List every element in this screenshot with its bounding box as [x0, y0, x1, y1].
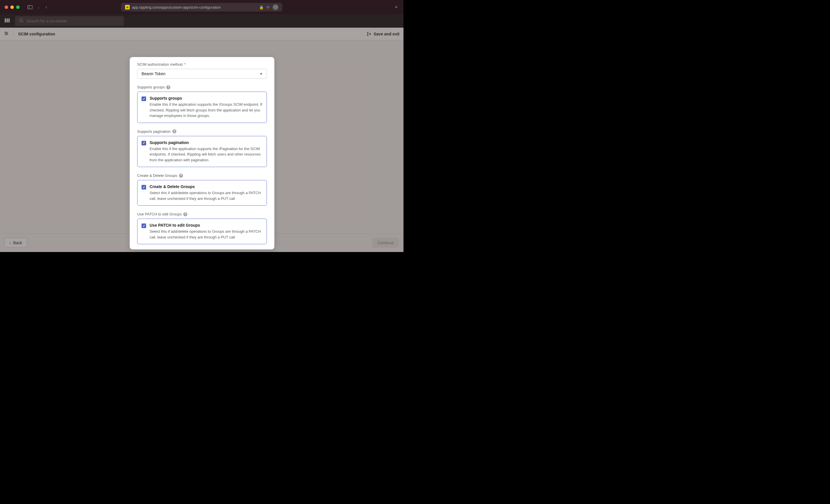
- svg-line-3: [22, 21, 23, 22]
- window-close[interactable]: [5, 5, 8, 9]
- required-marker: *: [185, 62, 186, 67]
- rippling-logo-icon[interactable]: [5, 18, 11, 25]
- auth-method-label: SCIM authorization method*: [137, 62, 267, 67]
- favicon-icon: ≋: [125, 5, 130, 9]
- svg-point-7: [7, 33, 8, 34]
- use-patch-checkbox[interactable]: [141, 224, 146, 228]
- create-delete-groups-checkbox[interactable]: [141, 185, 146, 190]
- use-patch-title: Use PATCH to edit Groups: [150, 223, 262, 228]
- back-button[interactable]: ‹ Back: [5, 238, 27, 248]
- svg-rect-0: [28, 5, 32, 9]
- window-maximize[interactable]: [16, 5, 20, 9]
- create-delete-groups-group: Create & Delete Groups ? Create & Delete…: [137, 173, 267, 206]
- back-label: Back: [13, 240, 22, 245]
- window-controls: [5, 5, 20, 9]
- supports-pagination-group: Supports pagination ? Supports paginatio…: [137, 129, 267, 167]
- supports-pagination-desc: Enable this if the application supports …: [150, 146, 262, 163]
- browser-back-icon[interactable]: ‹: [45, 5, 47, 10]
- continue-label: Continue: [378, 240, 394, 245]
- use-patch-group: Use PATCH to edit Groups ? Use PATCH to …: [137, 212, 267, 244]
- create-delete-groups-card[interactable]: Create & Delete Groups Select this if ad…: [137, 180, 267, 206]
- chevron-down-icon: ▼: [260, 72, 262, 75]
- search-box[interactable]: [15, 16, 124, 26]
- search-input[interactable]: [27, 19, 120, 23]
- supports-pagination-checkbox[interactable]: [141, 141, 146, 145]
- url-bar[interactable]: ≋ app.rippling.com/apps/custom-app/scim-…: [121, 3, 282, 11]
- supports-pagination-section-label: Supports pagination ?: [137, 129, 267, 134]
- save-exit-label: Save and exit: [374, 32, 400, 36]
- auth-method-select[interactable]: Bearer Token ▼: [137, 69, 267, 79]
- supports-groups-card[interactable]: Supports groups Enable this if the appli…: [137, 92, 267, 123]
- chevron-down-icon[interactable]: ⌄: [37, 6, 40, 9]
- supports-groups-checkbox[interactable]: [141, 97, 146, 101]
- create-delete-groups-section-label: Create & Delete Groups ?: [137, 173, 267, 178]
- use-patch-section-label: Use PATCH to edit Groups ?: [137, 212, 267, 216]
- browser-chrome: ⌄ ‹ ≋ app.rippling.com/apps/custom-app/s…: [0, 0, 404, 14]
- use-patch-desc: Select this if add/delete operations to …: [150, 229, 262, 240]
- app-topbar: [0, 14, 404, 28]
- app-wrapper: SCIM configuration Save and exit SCIM au…: [0, 14, 404, 252]
- chevron-left-icon: ‹: [9, 240, 11, 245]
- highlight-panel: SCIM authorization method* Bearer Token …: [130, 57, 274, 249]
- svg-point-9: [6, 34, 7, 35]
- sidebar-toggle-icon[interactable]: [27, 5, 33, 10]
- search-icon: [19, 18, 24, 24]
- help-icon[interactable]: ?: [172, 129, 177, 133]
- help-icon[interactable]: ?: [183, 212, 187, 216]
- supports-groups-desc: Enable this if the application supports …: [150, 102, 262, 119]
- exit-icon: [367, 32, 372, 36]
- svg-point-2: [20, 19, 23, 22]
- save-exit-button[interactable]: Save and exit: [367, 32, 400, 36]
- help-icon[interactable]: ?: [179, 174, 183, 178]
- svg-point-5: [5, 32, 6, 33]
- use-patch-card[interactable]: Use PATCH to edit Groups Select this if …: [137, 219, 267, 244]
- new-tab-icon[interactable]: +: [394, 4, 398, 10]
- continue-button[interactable]: Continue: [372, 238, 399, 248]
- url-text: app.rippling.com/apps/custom-app/scim-co…: [132, 5, 257, 9]
- page-header: SCIM configuration Save and exit: [0, 28, 404, 40]
- more-icon[interactable]: ⋯: [273, 4, 278, 10]
- supports-groups-title: Supports groups: [150, 96, 262, 101]
- settings-icon[interactable]: [4, 31, 9, 37]
- create-delete-groups-title: Create & Delete Groups: [150, 184, 262, 189]
- supports-groups-group: Supports groups ? Supports groups Enable…: [137, 85, 267, 123]
- supports-groups-section-label: Supports groups ?: [137, 85, 267, 89]
- help-icon[interactable]: ?: [166, 85, 170, 89]
- auth-method-group: SCIM authorization method* Bearer Token …: [137, 62, 267, 79]
- supports-pagination-card[interactable]: Supports pagination Enable this if the a…: [137, 136, 267, 167]
- reload-icon[interactable]: ⟳: [266, 5, 270, 9]
- lock-icon: 🔒: [259, 5, 264, 9]
- supports-pagination-title: Supports pagination: [150, 140, 262, 145]
- auth-method-value: Bearer Token: [141, 71, 165, 76]
- page-title: SCIM configuration: [18, 32, 55, 36]
- divider: [13, 31, 13, 37]
- create-delete-groups-desc: Select this if add/delete operations to …: [150, 190, 262, 201]
- window-minimize[interactable]: [10, 5, 14, 9]
